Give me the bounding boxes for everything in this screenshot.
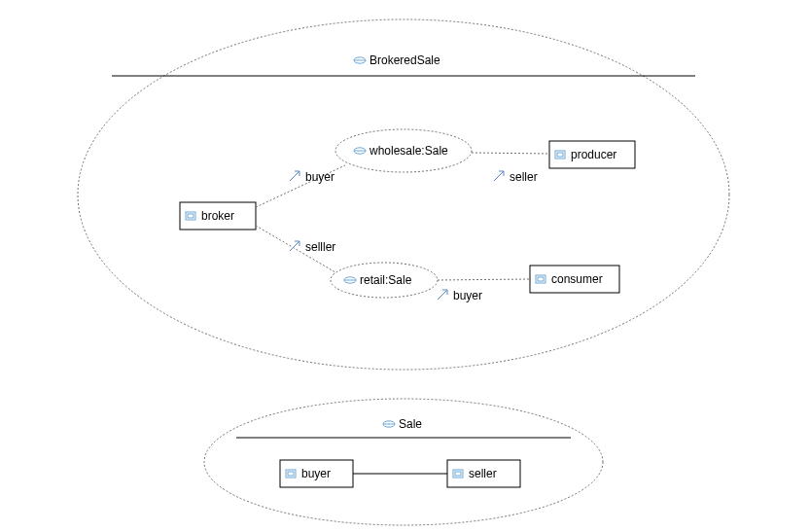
collaboration-sale: Sale buyer seller bbox=[204, 399, 603, 525]
role-buyer-bottom: buyer bbox=[438, 289, 482, 302]
sale-title: Sale bbox=[383, 417, 422, 431]
node-broker: broker bbox=[180, 202, 256, 230]
object-icon bbox=[453, 470, 463, 478]
sale-title-text: Sale bbox=[399, 417, 422, 431]
stereotype-icon bbox=[354, 148, 366, 154]
brokeredsale-boundary bbox=[78, 19, 729, 370]
object-icon bbox=[186, 212, 195, 220]
role-buyer-top-text: buyer bbox=[305, 170, 334, 184]
diagram-canvas: BrokeredSale wholesale:Sale retail:Sale bbox=[0, 0, 809, 532]
role-seller-mid-text: selller bbox=[305, 240, 335, 254]
retail-label: retail:Sale bbox=[360, 273, 412, 287]
node-wholesale: wholesale:Sale bbox=[335, 129, 472, 172]
svg-line-18 bbox=[494, 171, 504, 181]
producer-label: producer bbox=[571, 148, 616, 161]
role-seller-top: seller bbox=[494, 170, 538, 184]
role-seller-top-text: seller bbox=[510, 170, 538, 184]
brokeredsale-title-text: BrokeredSale bbox=[369, 53, 440, 67]
stereotype-icon bbox=[354, 57, 366, 63]
node-seller: seller bbox=[447, 460, 520, 487]
svg-rect-13 bbox=[557, 153, 563, 157]
svg-rect-10 bbox=[188, 214, 193, 218]
svg-rect-25 bbox=[288, 472, 294, 476]
stereotype-icon bbox=[344, 277, 356, 283]
stereotype-icon bbox=[383, 421, 395, 427]
node-retail: retail:Sale bbox=[331, 263, 438, 298]
role-seller-mid: selller bbox=[290, 240, 335, 254]
link-retail-consumer bbox=[438, 279, 530, 280]
seller-label: seller bbox=[469, 467, 497, 480]
svg-line-20 bbox=[438, 290, 447, 300]
collaboration-brokeredsale: BrokeredSale wholesale:Sale retail:Sale bbox=[78, 19, 729, 370]
buyer-label: buyer bbox=[301, 467, 331, 480]
consumer-label: consumer bbox=[551, 272, 603, 286]
wholesale-label: wholesale:Sale bbox=[369, 144, 448, 158]
link-wholesale-producer bbox=[472, 153, 549, 154]
broker-label: broker bbox=[201, 209, 234, 223]
svg-line-17 bbox=[290, 171, 299, 181]
role-buyer-top: buyer bbox=[290, 170, 334, 184]
object-icon bbox=[286, 470, 296, 478]
role-buyer-bottom-text: buyer bbox=[453, 289, 482, 302]
svg-line-19 bbox=[290, 241, 299, 251]
node-producer: producer bbox=[549, 141, 635, 168]
svg-rect-16 bbox=[538, 277, 544, 281]
brokeredsale-title: BrokeredSale bbox=[354, 53, 440, 67]
object-icon bbox=[555, 151, 565, 159]
object-icon bbox=[536, 275, 545, 283]
node-buyer: buyer bbox=[280, 460, 353, 487]
svg-rect-28 bbox=[455, 472, 461, 476]
node-consumer: consumer bbox=[530, 266, 619, 293]
